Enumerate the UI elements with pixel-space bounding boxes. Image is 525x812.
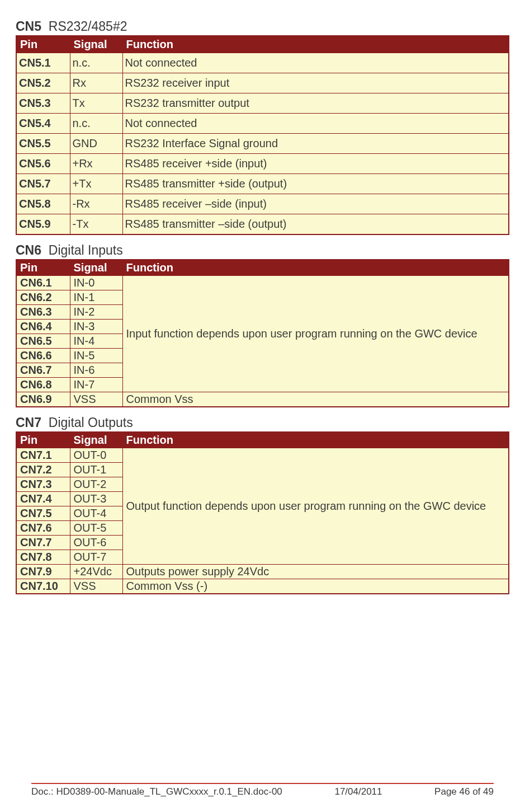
page-footer: Doc.: HD0389-00-Manuale_TL_GWCxxxx_r.0.1… — [31, 783, 494, 797]
pin-cell: CN6.9 — [16, 392, 70, 407]
pin-cell: CN7.2 — [16, 463, 70, 477]
table-row: CN5.6+RxRS485 receiver +side (input) — [16, 154, 509, 174]
footer-doc: Doc.: HD0389-00-Manuale_TL_GWCxxxx_r.0.1… — [31, 786, 282, 797]
pin-cell: CN6.5 — [16, 334, 70, 349]
signal-cell: -Rx — [70, 194, 122, 214]
table-row: CN5.7+TxRS485 transmitter +side (output) — [16, 174, 509, 194]
th-function: Function — [122, 36, 509, 53]
table-row: CN5.4n.c.Not connected — [16, 114, 509, 134]
pin-cell: CN5.5 — [16, 134, 70, 154]
footer-date: 17/04/2011 — [334, 786, 382, 797]
th-signal: Signal — [70, 260, 122, 276]
signal-cell: VSS — [70, 579, 122, 594]
signal-cell: IN-7 — [70, 378, 122, 392]
signal-cell: OUT-7 — [70, 550, 122, 565]
function-cell: RS485 transmitter –side (output) — [122, 214, 509, 235]
signal-cell: +Rx — [70, 154, 122, 174]
cn7-table: Pin Signal Function CN7.1OUT-0Output fun… — [16, 431, 509, 594]
signal-cell: IN-2 — [70, 305, 122, 320]
table-row: CN6.9VSSCommon Vss — [16, 392, 509, 407]
table-header-row: Pin Signal Function — [16, 36, 509, 53]
table-row: CN7.9+24VdcOutputs power supply 24Vdc — [16, 565, 509, 579]
pin-cell: CN5.3 — [16, 93, 70, 114]
th-signal: Signal — [70, 432, 122, 448]
function-cell: RS232 receiver input — [122, 73, 509, 93]
cn5-title-rest: RS232/485#2 — [49, 19, 127, 34]
pin-cell: CN7.5 — [16, 506, 70, 521]
pin-cell: CN5.7 — [16, 174, 70, 194]
cn6-title-bold: CN6 — [16, 243, 41, 257]
cn7-title-bold: CN7 — [16, 415, 41, 430]
signal-cell: OUT-0 — [70, 448, 122, 463]
signal-cell: IN-1 — [70, 290, 122, 305]
pin-cell: CN5.9 — [16, 214, 70, 235]
function-cell: RS232 Interface Signal ground — [122, 134, 509, 154]
cn6-table: Pin Signal Function CN6.1IN-0Input funct… — [16, 259, 509, 407]
pin-cell: CN5.2 — [16, 73, 70, 93]
function-cell: RS485 receiver +side (input) — [122, 154, 509, 174]
table-row: CN5.8-RxRS485 receiver –side (input) — [16, 194, 509, 214]
signal-cell: -Tx — [70, 214, 122, 235]
signal-cell: IN-0 — [70, 276, 122, 290]
pin-cell: CN7.8 — [16, 550, 70, 565]
table-row: CN5.9-TxRS485 transmitter –side (output) — [16, 214, 509, 235]
pin-cell: CN6.3 — [16, 305, 70, 320]
function-cell: Common Vss (-) — [122, 579, 509, 594]
pin-cell: CN6.6 — [16, 349, 70, 363]
pin-cell: CN6.2 — [16, 290, 70, 305]
signal-cell: OUT-1 — [70, 463, 122, 477]
cn6-title-rest: Digital Inputs — [49, 243, 123, 257]
pin-cell: CN7.7 — [16, 536, 70, 550]
pin-cell: CN5.1 — [16, 53, 70, 73]
pin-cell: CN6.7 — [16, 363, 70, 378]
function-cell: Not connected — [122, 53, 509, 73]
cn7-title: CN7 Digital Outputs — [16, 415, 509, 430]
cn5-table: Pin Signal Function CN5.1n.c.Not connect… — [16, 35, 509, 235]
signal-cell: Rx — [70, 73, 122, 93]
signal-cell: n.c. — [70, 114, 122, 134]
function-cell-merged: Input function depends upon user program… — [122, 276, 509, 392]
th-pin: Pin — [16, 432, 70, 448]
pin-cell: CN7.1 — [16, 448, 70, 463]
signal-cell: OUT-4 — [70, 506, 122, 521]
function-cell: RS232 transmitter output — [122, 93, 509, 114]
table-header-row: Pin Signal Function — [16, 432, 509, 448]
signal-cell: OUT-2 — [70, 477, 122, 492]
function-cell-merged: Output function depends upon user progra… — [122, 448, 509, 565]
pin-cell: CN5.8 — [16, 194, 70, 214]
signal-cell: IN-4 — [70, 334, 122, 349]
signal-cell: GND — [70, 134, 122, 154]
pin-cell: CN6.8 — [16, 378, 70, 392]
table-row: CN5.1n.c.Not connected — [16, 53, 509, 73]
signal-cell: IN-3 — [70, 320, 122, 334]
pin-cell: CN7.9 — [16, 565, 70, 579]
pin-cell: CN5.6 — [16, 154, 70, 174]
table-header-row: Pin Signal Function — [16, 260, 509, 276]
cn5-title: CN5 RS232/485#2 — [16, 19, 509, 34]
signal-cell: Tx — [70, 93, 122, 114]
pin-cell: CN6.1 — [16, 276, 70, 290]
pin-cell: CN5.4 — [16, 114, 70, 134]
th-function: Function — [122, 432, 509, 448]
signal-cell: OUT-3 — [70, 492, 122, 506]
table-row: CN5.5GNDRS232 Interface Signal ground — [16, 134, 509, 154]
th-pin: Pin — [16, 260, 70, 276]
function-cell: Outputs power supply 24Vdc — [122, 565, 509, 579]
table-row: CN5.3TxRS232 transmitter output — [16, 93, 509, 114]
cn7-title-rest: Digital Outputs — [49, 415, 133, 430]
pin-cell: CN7.3 — [16, 477, 70, 492]
cn6-title: CN6 Digital Inputs — [16, 243, 509, 258]
signal-cell: n.c. — [70, 53, 122, 73]
table-row: CN6.1IN-0Input function depends upon use… — [16, 276, 509, 290]
th-signal: Signal — [70, 36, 122, 53]
th-function: Function — [122, 260, 509, 276]
function-cell: RS485 receiver –side (input) — [122, 194, 509, 214]
signal-cell: OUT-6 — [70, 536, 122, 550]
pin-cell: CN7.4 — [16, 492, 70, 506]
pin-cell: CN7.6 — [16, 521, 70, 536]
function-cell: Common Vss — [122, 392, 509, 407]
function-cell: Not connected — [122, 114, 509, 134]
signal-cell: VSS — [70, 392, 122, 407]
th-pin: Pin — [16, 36, 70, 53]
footer-page: Page 46 of 49 — [434, 786, 494, 797]
